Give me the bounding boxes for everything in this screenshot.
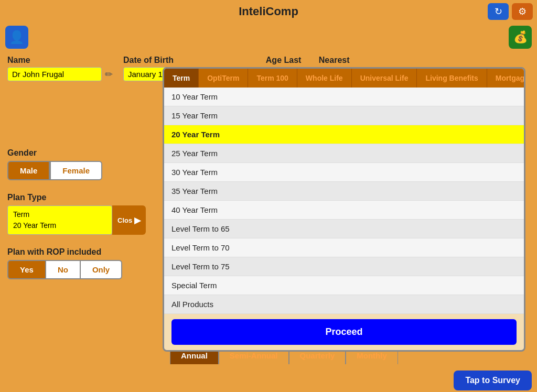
modal-tab-optiterm[interactable]: OptiTerm [199, 69, 248, 88]
male-button[interactable]: Male [7, 161, 50, 180]
rop-yes-button[interactable]: Yes [7, 260, 46, 279]
term-list-item[interactable]: 15 Year Term [164, 106, 524, 125]
term-list-item[interactable]: All Products [164, 295, 524, 314]
term-list-item[interactable]: 20 Year Term [164, 125, 524, 144]
term-list-item[interactable]: Level Term to 75 [164, 257, 524, 276]
age-last-label: Age Last [266, 56, 308, 65]
plan-type-line2: 20 Year Term [13, 220, 106, 231]
header-buttons: ↻ ⚙ [488, 3, 533, 20]
modal-tab-wholelife[interactable]: Whole Life [297, 69, 352, 88]
term-list-item[interactable]: Special Term [164, 276, 524, 295]
name-value-row: Dr John Frugal ✏ [7, 67, 113, 81]
rop-only-button[interactable]: Only [81, 260, 122, 279]
modal-tab-term[interactable]: Term [164, 69, 199, 88]
arrow-icon: ▶ [134, 215, 141, 225]
plan-type-box[interactable]: Term 20 Year Term [7, 205, 112, 235]
modal-tab-mortgages[interactable]: Mortgages [487, 69, 524, 88]
gender-section: Gender Male Female [7, 148, 146, 180]
term-list-item[interactable]: 25 Year Term [164, 144, 524, 163]
name-edit-icon[interactable]: ✏ [105, 69, 113, 80]
term-list: 10 Year Term15 Year Term20 Year Term25 Y… [164, 88, 524, 314]
term-list-item[interactable]: 10 Year Term [164, 88, 524, 106]
main-content: Name Dr John Frugal ✏ Date of Birth Janu… [0, 51, 537, 84]
close-button[interactable]: Clos ▶ [112, 205, 146, 235]
tap-survey-button[interactable]: Tap to Survey [454, 371, 532, 390]
dob-label: Date of Birth [123, 56, 255, 65]
plan-type-section: Plan Type Term 20 Year Term Clos ▶ [7, 193, 146, 235]
app-title: InteliComp [239, 5, 298, 18]
modal-tab-term100[interactable]: Term 100 [248, 69, 297, 88]
name-group: Name Dr John Frugal ✏ [7, 56, 113, 81]
term-list-item[interactable]: 35 Year Term [164, 182, 524, 201]
rop-section: Plan with ROP included Yes No Only [7, 247, 146, 279]
avatar-button[interactable]: 👤 [5, 26, 28, 49]
rop-no-button[interactable]: No [46, 260, 81, 279]
term-list-item[interactable]: 30 Year Term [164, 163, 524, 182]
gender-toggle-group: Male Female [7, 161, 146, 180]
top-bar: 👤 💰 [0, 23, 537, 51]
money-button[interactable]: 💰 [509, 26, 532, 49]
term-list-item[interactable]: Level Term to 65 [164, 220, 524, 238]
modal-tabs: TermOptiTermTerm 100Whole LifeUniversal … [164, 69, 524, 88]
rop-toggle-group: Yes No Only [7, 260, 146, 279]
name-input[interactable]: Dr John Frugal [7, 67, 102, 81]
nearest-label: Nearest [319, 56, 361, 65]
settings-button[interactable]: ⚙ [512, 3, 533, 20]
proceed-button[interactable]: Proceed [171, 319, 517, 345]
modal-tab-livingbenefits[interactable]: Living Benefits [417, 69, 487, 88]
plan-type-row: Term 20 Year Term Clos ▶ [7, 205, 146, 235]
refresh-button[interactable]: ↻ [488, 3, 509, 20]
plan-type-line1: Term [13, 209, 106, 220]
term-list-item[interactable]: 40 Year Term [164, 201, 524, 220]
term-list-item[interactable]: Level Term to 70 [164, 238, 524, 257]
gender-label: Gender [7, 148, 37, 157]
rop-label: Plan with ROP included [7, 247, 101, 256]
app-header: InteliComp ↻ ⚙ [0, 0, 537, 23]
plan-type-label: Plan Type [7, 193, 46, 202]
modal-tab-universallife[interactable]: Universal Life [352, 69, 417, 88]
female-button[interactable]: Female [50, 161, 102, 180]
name-label: Name [7, 56, 113, 65]
bottom-bar: Tap to Survey [0, 369, 537, 392]
close-label: Clos [117, 216, 132, 224]
left-panel: Gender Male Female Plan Type Term 20 Yea… [7, 138, 146, 279]
plan-modal: TermOptiTermTerm 100Whole LifeUniversal … [163, 67, 525, 352]
